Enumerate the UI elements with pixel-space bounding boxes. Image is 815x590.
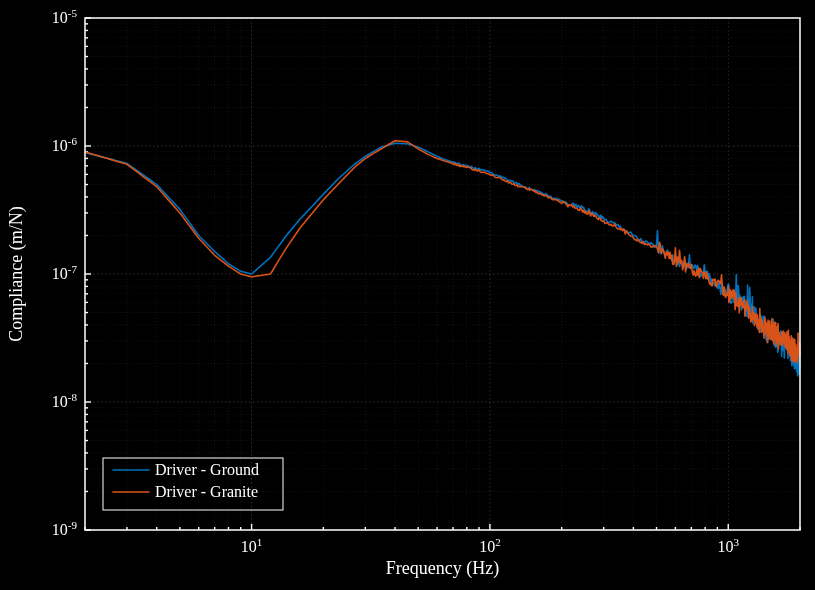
legend-entry-0: Driver - Ground xyxy=(155,461,259,478)
legend-entry-1: Driver - Granite xyxy=(155,483,258,500)
y-axis-label: Compliance (m/N) xyxy=(6,206,27,341)
svg-text:10-9: 10-9 xyxy=(52,519,78,538)
chart-svg: 10110210310-910-810-710-610-5 Frequency … xyxy=(0,0,815,590)
svg-text:10-7: 10-7 xyxy=(52,263,78,282)
svg-text:101: 101 xyxy=(241,536,262,555)
legend: Driver - Ground Driver - Granite xyxy=(103,458,283,510)
svg-text:10-5: 10-5 xyxy=(52,7,78,26)
svg-text:102: 102 xyxy=(479,536,501,555)
chart-root: 10110210310-910-810-710-610-5 Frequency … xyxy=(0,0,815,590)
svg-text:10-8: 10-8 xyxy=(52,391,78,410)
x-axis-label: Frequency (Hz) xyxy=(386,558,499,579)
series-1 xyxy=(85,141,800,363)
svg-text:10-6: 10-6 xyxy=(52,135,78,154)
svg-text:103: 103 xyxy=(718,536,740,555)
